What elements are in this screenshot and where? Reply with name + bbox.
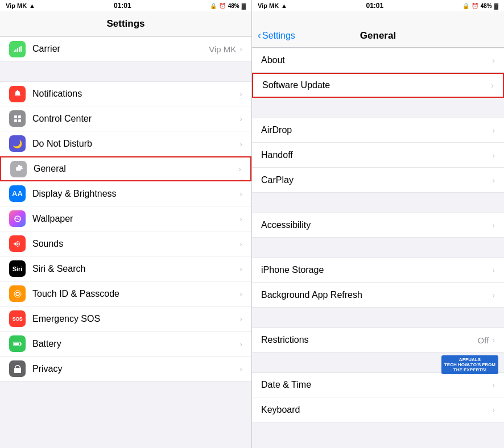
iphone-storage-item[interactable]: iPhone Storage › [252, 258, 504, 283]
right-wifi-icon: ▲ [281, 2, 287, 9]
touchid-item[interactable]: Touch ID & Passcode › [0, 281, 251, 306]
restrictions-label: Restrictions [261, 335, 478, 345]
control-center-label: Control Center [32, 114, 239, 124]
general-spacer-4 [252, 308, 504, 327]
privacy-item[interactable]: Privacy › [0, 356, 251, 381]
control-center-chevron: › [239, 114, 242, 123]
wallpaper-item[interactable]: Wallpaper › [0, 206, 251, 231]
siri-icon: Siri [9, 260, 26, 277]
right-alarm-icon: ⏰ [472, 3, 478, 9]
notifications-item[interactable]: Notifications › [0, 81, 251, 106]
airdrop-chevron: › [492, 126, 495, 135]
siri-chevron: › [239, 264, 242, 273]
carrier-value: Vip MK [209, 44, 236, 54]
control-center-item[interactable]: Control Center › [0, 106, 251, 131]
right-phone-panel: Vip MK ▲ 01:01 🔒 ⏰ 48% ▓ ‹ Settings Gene… [252, 0, 504, 448]
right-nav-bar: ‹ Settings General [252, 11, 504, 48]
carrier-chevron: › [239, 44, 242, 53]
back-button[interactable]: ‹ Settings [258, 30, 295, 42]
divider-1 [0, 61, 251, 81]
svg-point-5 [16, 292, 19, 296]
wallpaper-chevron: › [239, 214, 242, 223]
keyboard-chevron: › [492, 405, 495, 414]
display-label: Display & Brightness [32, 189, 239, 199]
svg-rect-1 [18, 115, 21, 118]
right-status-right: 🔒 ⏰ 48% ▓ [462, 3, 498, 9]
airdrop-item[interactable]: AirDrop › [252, 118, 504, 143]
back-chevron-icon: ‹ [258, 30, 261, 42]
general-group-2: AirDrop › Handoff › CarPlay › [252, 118, 504, 193]
touchid-icon [9, 285, 26, 302]
battery-chevron: › [239, 339, 242, 349]
accessibility-chevron: › [492, 221, 495, 230]
carrier-item[interactable]: Carrier Vip MK › [0, 36, 251, 61]
general-group-5: Restrictions Off › [252, 327, 504, 352]
privacy-icon [9, 360, 26, 377]
accessibility-item[interactable]: Accessibility › [252, 213, 504, 238]
svg-rect-0 [14, 115, 17, 118]
lock-icon: 🔒 [210, 3, 217, 9]
handoff-label: Handoff [261, 150, 492, 160]
battery-item[interactable]: Battery › [0, 331, 251, 356]
left-status-bar: Vip MK ▲ 01:01 🔒 ⏰ 48% ▓ [0, 0, 251, 11]
general-label: General [34, 164, 238, 174]
wifi-icon: ▲ [29, 2, 35, 9]
sounds-icon [9, 235, 26, 252]
status-right: 🔒 ⏰ 48% ▓ [210, 3, 246, 9]
control-center-icon [9, 110, 26, 127]
software-update-chevron: › [491, 81, 494, 90]
handoff-item[interactable]: Handoff › [252, 143, 504, 168]
left-nav-bar: Settings [0, 11, 251, 36]
right-battery-icon: ▓ [494, 3, 498, 9]
notifications-chevron: › [239, 89, 242, 98]
left-phone-panel: Vip MK ▲ 01:01 🔒 ⏰ 48% ▓ Settings Carrie… [0, 0, 252, 448]
notifications-icon [9, 86, 26, 102]
carrier-status: Vip MK [6, 2, 27, 9]
touchid-chevron: › [239, 289, 242, 298]
privacy-chevron: › [239, 364, 242, 374]
left-nav-title: Settings [106, 18, 144, 30]
background-refresh-item[interactable]: Background App Refresh › [252, 283, 504, 308]
general-spacer-5 [252, 352, 504, 372]
sounds-item[interactable]: Sounds › [0, 231, 251, 256]
siri-label: Siri & Search [32, 264, 239, 274]
general-item[interactable]: General › [0, 156, 251, 181]
carplay-item[interactable]: CarPlay › [252, 168, 504, 193]
alarm-icon: ⏰ [219, 3, 226, 9]
keyboard-label: Keyboard [261, 405, 492, 415]
carplay-chevron: › [492, 176, 495, 185]
general-group-6: Date & Time › Keyboard › [252, 372, 504, 422]
about-item[interactable]: About › [252, 48, 504, 73]
sos-label: Emergency SOS [32, 314, 239, 324]
sounds-label: Sounds [32, 239, 239, 249]
general-settings-list[interactable]: About › Software Update › AirDrop › Hand… [252, 48, 504, 448]
general-group-4: iPhone Storage › Background App Refresh … [252, 258, 504, 308]
wallpaper-label: Wallpaper [32, 214, 239, 224]
iphone-storage-chevron: › [492, 266, 495, 275]
left-settings-list[interactable]: Carrier Vip MK › Notifications › Contr [0, 36, 251, 448]
about-label: About [261, 55, 492, 65]
svg-rect-8 [14, 343, 19, 345]
software-update-item[interactable]: Software Update › [252, 73, 504, 98]
general-group-1: About › Software Update › [252, 48, 504, 98]
siri-item[interactable]: Siri Siri & Search › [0, 256, 251, 281]
display-item[interactable]: AA Display & Brightness › [0, 181, 251, 206]
right-status-bar: Vip MK ▲ 01:01 🔒 ⏰ 48% ▓ [252, 0, 504, 11]
background-refresh-label: Background App Refresh [261, 290, 492, 300]
restrictions-item[interactable]: Restrictions Off › [252, 327, 504, 352]
privacy-label: Privacy [32, 364, 239, 374]
sounds-chevron: › [239, 239, 242, 248]
keyboard-item[interactable]: Keyboard › [252, 397, 504, 422]
carrier-label: Carrier [32, 44, 209, 54]
notifications-label: Notifications [32, 89, 239, 99]
carplay-label: CarPlay [261, 175, 492, 185]
battery-label: Battery [32, 339, 239, 349]
airdrop-label: AirDrop [261, 125, 492, 135]
date-time-item[interactable]: Date & Time › [252, 372, 504, 397]
do-not-disturb-item[interactable]: 🌙 Do Not Disturb › [0, 131, 251, 156]
sos-item[interactable]: SOS Emergency SOS › [0, 306, 251, 331]
right-status-left: Vip MK ▲ [258, 2, 287, 9]
main-settings-group: Notifications › Control Center › 🌙 Do No… [0, 81, 251, 381]
battery-item-icon [9, 335, 26, 352]
svg-rect-3 [18, 119, 21, 122]
